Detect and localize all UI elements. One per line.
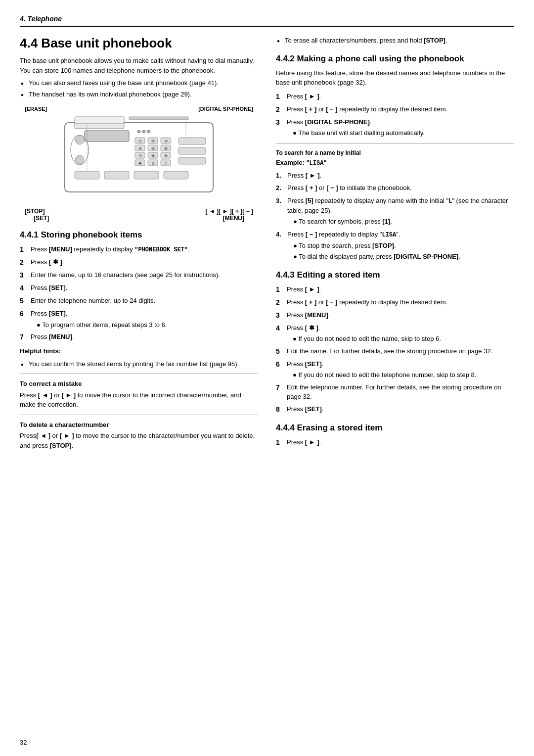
section-442-title: 4.4.2 Making a phone call using the phon… — [276, 53, 514, 64]
svg-rect-43 — [129, 117, 188, 120]
step-443-2: 2 Press [ + ] or [ − ] repeatedly to dis… — [276, 297, 514, 308]
step-441-7: 7 Press [MENU]. — [20, 332, 258, 342]
step-441-1: 1 Press [MENU] repeatedly to display "PH… — [20, 244, 258, 255]
section-444-steps: 1 Press [ ► ]. — [276, 437, 514, 448]
step-441-1-content: Press [MENU] repeatedly to display "PHON… — [31, 244, 258, 255]
step-442-2: 2 Press [ + ] or [ − ] repeatedly to dis… — [276, 104, 514, 115]
left-column: 4.4 Base unit phonebook The base unit ph… — [20, 36, 258, 453]
step-443-6-num: 6 — [276, 359, 284, 380]
step-443-1: 1 Press [ ► ]. — [276, 284, 514, 295]
search-title: To search for a name by initial — [276, 148, 514, 157]
svg-rect-2 — [85, 131, 129, 142]
bullet-1: You can also send faxes using the base u… — [20, 78, 258, 88]
svg-rect-35 — [134, 171, 159, 179]
section-44-title: 4.4 Base unit phonebook — [20, 36, 258, 51]
step-442-1: 1 Press [ ► ]. — [276, 92, 514, 102]
to-correct-text: Press [ ◄ ] or [ ► ] to move the cursor … — [20, 390, 258, 410]
page-number: 32 — [20, 739, 27, 746]
search-step-1-content: Press [ ► ]. — [287, 171, 321, 181]
step-441-5-content: Enter the telephone number, up to 24 dig… — [31, 296, 258, 306]
svg-text:⑥: ⑥ — [164, 146, 168, 151]
to-correct-block: To correct a mistake Press [ ◄ ] or [ ► … — [20, 379, 258, 410]
step-443-5-num: 5 — [276, 346, 284, 357]
step-441-6-content: Press [SET]. ● To program other items, r… — [31, 309, 258, 330]
step-444-1-content: Press [ ► ]. — [287, 437, 514, 448]
section-442-intro: Before using this feature, store the des… — [276, 68, 514, 88]
diagram-nav-label: [ ◄ ][ ► ][ + ][ − ] — [206, 208, 253, 215]
step-441-4-num: 4 — [20, 283, 28, 293]
diagram-sp-phone-label: [DIGITAL SP-PHONE] — [198, 106, 253, 112]
step-444-1: 1 Press [ ► ]. — [276, 437, 514, 448]
step-442-3-sub: ● The base unit will start dialling auto… — [287, 128, 514, 138]
section-444-title: 4.4.4 Erasing a stored item — [276, 423, 514, 433]
svg-point-3 — [137, 130, 140, 133]
step-442-2-num: 2 — [276, 104, 284, 115]
svg-text:③: ③ — [164, 139, 168, 143]
section-443-steps: 1 Press [ ► ]. 2 Press [ + ] or [ − ] re… — [276, 284, 514, 415]
step-441-2-content: Press [ ✱ ]. — [31, 257, 258, 268]
svg-text:⑨: ⑨ — [164, 154, 168, 158]
helpful-hints-title: Helpful hints: — [20, 346, 258, 356]
diagram-set-label: [SET] — [34, 215, 49, 222]
search-step-2-content: Press [ + ] or [ − ] to initiate the pho… — [287, 183, 412, 193]
step-442-3: 3 Press [DIGITAL SP-PHONE]. ● The base u… — [276, 117, 514, 138]
section-44-bullets: You can also send faxes using the base u… — [20, 78, 258, 99]
search-step-4-sub2: ● To dial the displayed party, press [DI… — [287, 252, 460, 262]
to-erase-text: To erase all characters/numbers, press a… — [276, 36, 514, 46]
svg-text:0: 0 — [152, 161, 154, 166]
step-442-3-content: Press [DIGITAL SP-PHONE]. ● The base uni… — [287, 117, 514, 138]
svg-text:✱: ✱ — [138, 161, 142, 166]
search-step-4-sub1: ● To stop the search, press [STOP]. — [287, 241, 460, 251]
search-step-3: 3. Press [5] repeatedly to display any n… — [276, 196, 514, 227]
svg-point-39 — [75, 155, 84, 164]
step-443-5: 5 Edit the name. For further details, se… — [276, 346, 514, 357]
separator-2 — [20, 415, 258, 415]
step-441-4-content: Press [SET]. — [31, 283, 258, 293]
step-443-8-num: 8 — [276, 404, 284, 415]
chapter-header: 4. Telephone — [20, 15, 514, 27]
step-442-1-content: Press [ ► ]. — [287, 92, 514, 102]
step-442-3-num: 3 — [276, 117, 284, 138]
svg-rect-32 — [178, 157, 206, 164]
separator-3 — [276, 143, 514, 143]
svg-text:#: # — [165, 161, 167, 166]
svg-rect-34 — [104, 171, 129, 179]
step-441-7-content: Press [MENU]. — [31, 332, 258, 342]
step-443-6: 6 Press [SET]. ● If you do not need to e… — [276, 359, 514, 380]
to-erase-block: To erase all characters/numbers, press a… — [276, 36, 514, 46]
search-steps: 1. Press [ ► ]. 2. Press [ + ] or [ − ] … — [276, 171, 514, 262]
step-443-2-num: 2 — [276, 297, 284, 308]
step-443-4-sub: ● If you do not need to edit the name, s… — [287, 334, 514, 344]
step-444-1-num: 1 — [276, 437, 284, 448]
step-443-8-content: Press [SET]. — [287, 404, 514, 415]
section-442-steps: 1 Press [ ► ]. 2 Press [ + ] or [ − ] re… — [276, 92, 514, 138]
search-step-3-sub: ● To search for symbols, press [1]. — [287, 217, 514, 227]
helpful-hints-block: Helpful hints: You can confirm the store… — [20, 346, 258, 369]
search-by-initial-block: To search for a name by initial Example:… — [276, 148, 514, 168]
search-example: Example: "LISA" — [276, 158, 514, 168]
diagram-bottom-labels-2: [SET] [MENU] — [20, 215, 258, 222]
step-441-7-num: 7 — [20, 332, 28, 342]
svg-rect-33 — [75, 171, 99, 179]
svg-text:②: ② — [151, 139, 155, 143]
step-441-1-num: 1 — [20, 244, 28, 255]
search-step-1: 1. Press [ ► ]. — [276, 171, 514, 181]
diagram-erase-label: [ERASE] — [25, 106, 47, 112]
step-441-5: 5 Enter the telephone number, up to 24 d… — [20, 296, 258, 306]
svg-text:①: ① — [138, 139, 142, 143]
section-441-title: 4.4.1 Storing phonebook items — [20, 230, 258, 240]
svg-rect-30 — [178, 138, 206, 144]
step-443-8: 8 Press [SET]. — [276, 404, 514, 415]
step-441-5-num: 5 — [20, 296, 28, 306]
svg-point-5 — [147, 130, 150, 133]
to-delete-title: To delete a character/number — [20, 420, 258, 430]
section-44-intro: The base unit phonebook allows you to ma… — [20, 56, 258, 75]
step-443-6-content: Press [SET]. ● If you do not need to edi… — [287, 359, 514, 380]
step-443-3-content: Press [MENU]. — [287, 310, 514, 321]
step-443-3-num: 3 — [276, 310, 284, 321]
to-delete-block: To delete a character/number Press[ ◄ ] … — [20, 420, 258, 451]
to-correct-title: To correct a mistake — [20, 379, 258, 389]
step-441-3: 3 Enter the name, up to 16 characters (s… — [20, 270, 258, 281]
search-step-4: 4. Press [ − ] repeatedly to display "LI… — [276, 230, 514, 262]
section-443-title: 4.4.3 Editing a stored item — [276, 270, 514, 281]
